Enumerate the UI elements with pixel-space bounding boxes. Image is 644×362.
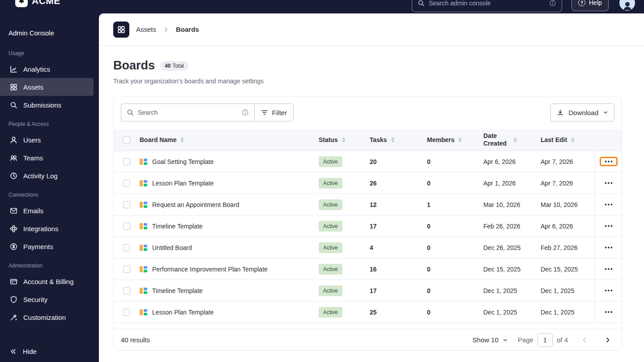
users-icon bbox=[9, 136, 17, 144]
admin-search[interactable] bbox=[412, 0, 562, 12]
row-actions-cell bbox=[595, 172, 622, 194]
date-created-cell: Dec 15, 2025 bbox=[483, 266, 541, 273]
board-icon bbox=[140, 309, 147, 316]
sort-icon[interactable] bbox=[179, 137, 185, 142]
row-menu-button[interactable] bbox=[600, 243, 618, 252]
date-created-cell: Mar 10, 2026 bbox=[483, 201, 541, 208]
board-name[interactable]: Timeline Template bbox=[152, 287, 203, 294]
members-cell: 0 bbox=[427, 223, 483, 230]
sidebar-item-users[interactable]: Users bbox=[0, 131, 94, 149]
row-menu-button[interactable] bbox=[600, 286, 618, 295]
sidebar-item-submissions[interactable]: Submissions bbox=[0, 96, 94, 114]
logo[interactable]: ✱ ACME bbox=[15, 0, 60, 7]
sidebar-item-label: Users bbox=[23, 136, 41, 144]
board-icon bbox=[140, 266, 147, 273]
board-name[interactable]: Lesson Plan Template bbox=[152, 180, 214, 187]
header-board-name[interactable]: Board Name bbox=[140, 136, 319, 143]
breadcrumb-assets[interactable]: Assets bbox=[136, 26, 156, 33]
sidebar-item-emails[interactable]: Emails bbox=[0, 202, 94, 220]
row-checkbox-cell bbox=[114, 309, 140, 316]
header-status[interactable]: Status bbox=[319, 136, 370, 143]
board-name[interactable]: Timeline Template bbox=[152, 223, 203, 230]
table-row: Goal Setting Template Active 20 0 Apr 6,… bbox=[114, 151, 622, 172]
row-checkbox[interactable] bbox=[123, 201, 130, 208]
sort-icon[interactable] bbox=[341, 137, 346, 142]
header-tasks[interactable]: Tasks bbox=[370, 136, 427, 143]
board-name[interactable]: Untitled Board bbox=[152, 244, 192, 251]
table-header: Board Name Status Tasks Members Date Cre… bbox=[114, 129, 622, 151]
sidebar-item-security[interactable]: Security bbox=[0, 290, 94, 308]
sort-icon[interactable] bbox=[457, 137, 463, 142]
sidebar-item-label: Payments bbox=[23, 243, 53, 250]
filter-button[interactable]: Filter bbox=[255, 104, 293, 121]
show-per-page-select[interactable]: Show 10 bbox=[473, 336, 508, 344]
header-last-edit[interactable]: Last Edit bbox=[541, 136, 595, 143]
row-checkbox[interactable] bbox=[123, 266, 130, 273]
avatar[interactable] bbox=[619, 0, 635, 11]
select-all-checkbox[interactable] bbox=[123, 136, 130, 143]
board-name[interactable]: Performance Improvement Plan Template bbox=[152, 266, 268, 273]
page-subtitle: Track your organization's boards and man… bbox=[113, 78, 622, 85]
sort-icon[interactable] bbox=[390, 137, 396, 142]
sidebar-item-integrations[interactable]: Integrations bbox=[0, 220, 94, 237]
table-search-input[interactable] bbox=[138, 109, 238, 116]
row-checkbox[interactable] bbox=[123, 287, 130, 294]
status-badge: Active bbox=[319, 199, 342, 210]
row-checkbox[interactable] bbox=[123, 309, 130, 316]
board-name-cell: Lesson Plan Template bbox=[140, 180, 319, 187]
sidebar-item-activity-log[interactable]: Activity Log bbox=[0, 167, 94, 185]
table-spacer bbox=[114, 323, 622, 329]
board-name[interactable]: Request an Appointment Board bbox=[152, 201, 239, 208]
admin-search-input[interactable] bbox=[429, 0, 545, 7]
status-badge: Active bbox=[319, 221, 342, 232]
next-page-button[interactable] bbox=[601, 333, 614, 347]
sidebar-item-analytics[interactable]: Analytics bbox=[0, 60, 94, 78]
help-button[interactable]: ? Help bbox=[571, 0, 609, 11]
last-edit-cell: Mar 10, 2026 bbox=[541, 201, 595, 208]
last-edit-cell: Apr 7, 2026 bbox=[541, 180, 595, 187]
board-icon bbox=[140, 244, 147, 251]
sidebar-item-payments[interactable]: Payments bbox=[0, 237, 94, 255]
ellipsis-icon bbox=[605, 225, 613, 227]
sidebar-item-teams[interactable]: Teams bbox=[0, 149, 94, 167]
page-number-input[interactable] bbox=[537, 333, 553, 347]
tasks-cell: 4 bbox=[370, 244, 427, 251]
download-button[interactable]: Download bbox=[550, 103, 614, 121]
board-icon bbox=[140, 223, 147, 230]
row-menu-button[interactable] bbox=[600, 221, 618, 231]
row-menu-button[interactable] bbox=[600, 178, 618, 188]
board-name[interactable]: Lesson Plan Template bbox=[152, 309, 214, 316]
sidebar-item-assets[interactable]: Assets bbox=[0, 78, 94, 96]
sort-icon[interactable] bbox=[512, 137, 518, 142]
row-checkbox[interactable] bbox=[123, 158, 130, 165]
row-checkbox[interactable] bbox=[123, 244, 130, 251]
section-label-people-access: People & Access bbox=[0, 121, 99, 127]
table-search[interactable] bbox=[121, 104, 255, 121]
board-icon bbox=[140, 180, 147, 187]
section-label-usage: Usage bbox=[0, 50, 99, 56]
row-menu-button[interactable] bbox=[600, 307, 618, 317]
sidebar-hide-button[interactable]: Hide bbox=[9, 343, 37, 359]
total-count-badge: 40 Total bbox=[160, 61, 188, 71]
row-checkbox[interactable] bbox=[123, 223, 130, 230]
previous-page-button[interactable] bbox=[578, 333, 591, 347]
sidebar: ✱ ACME Admin Console Usage Analytics Ass… bbox=[0, 0, 99, 362]
row-menu-button[interactable] bbox=[600, 157, 618, 166]
row-checkbox[interactable] bbox=[123, 180, 130, 187]
sidebar-item-account-billing[interactable]: Account & Billing bbox=[0, 272, 94, 290]
row-menu-button[interactable] bbox=[600, 200, 618, 209]
date-created-cell: Dec 1, 2025 bbox=[483, 287, 541, 294]
header-members[interactable]: Members bbox=[427, 136, 483, 143]
total-count: 40 bbox=[165, 63, 171, 69]
ellipsis-icon bbox=[605, 311, 613, 313]
assets-breadcrumb-icon[interactable] bbox=[113, 22, 129, 38]
table-row: Lesson Plan Template Active 25 0 Dec 1, … bbox=[114, 301, 622, 323]
page-label: Page bbox=[518, 336, 533, 344]
page-header: Boards 40 Total Track your organization'… bbox=[99, 46, 644, 85]
sidebar-item-customization[interactable]: Customization bbox=[0, 308, 94, 326]
header-date-created[interactable]: Date Created bbox=[483, 132, 541, 147]
breadcrumb: Assets Boards bbox=[99, 13, 644, 46]
row-menu-button[interactable] bbox=[600, 264, 618, 274]
board-name[interactable]: Goal Setting Template bbox=[152, 158, 214, 165]
sort-icon[interactable] bbox=[570, 137, 576, 142]
